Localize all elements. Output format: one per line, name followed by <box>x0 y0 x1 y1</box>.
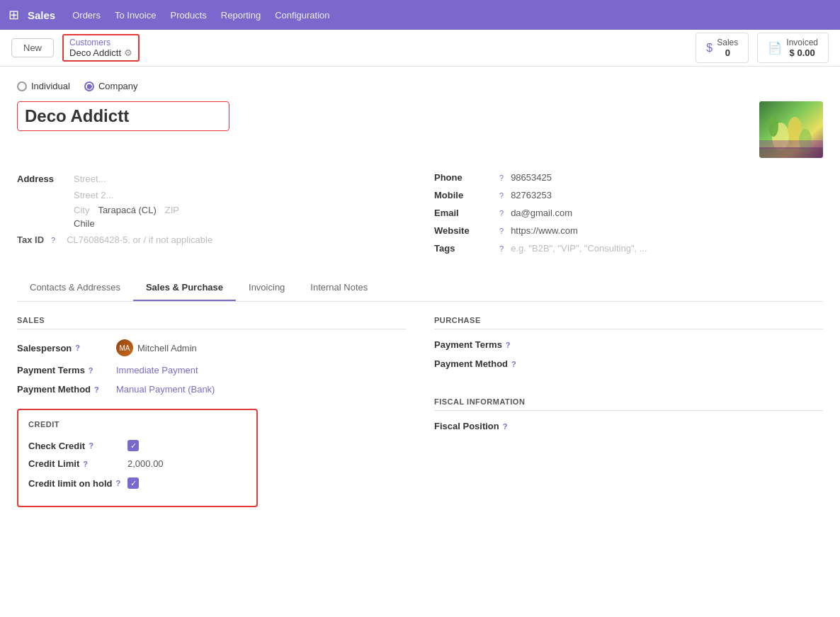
tab-sales-purchase[interactable]: Sales & Purchase <box>133 275 236 301</box>
city-zip-row: City Tarapacá (CL) ZIP <box>74 205 406 215</box>
country-field[interactable]: Chile <box>74 218 406 229</box>
tags-field[interactable]: e.g. "B2B", "VIP", "Consulting", ... <box>511 243 647 254</box>
purchase-column: PURCHASE Payment Terms ? Payment Method … <box>434 316 823 507</box>
credit-section: CREDIT Check Credit ? Credit Limit ? 2,0… <box>17 409 258 507</box>
credit-limit-hold-help-icon[interactable]: ? <box>115 479 120 487</box>
tax-row: Tax ID ? CL76086428-5, or / if not appli… <box>17 234 406 245</box>
purchase-payment-terms-row: Payment Terms ? <box>434 339 823 350</box>
individual-label: Individual <box>31 81 70 91</box>
new-button[interactable]: New <box>11 38 54 57</box>
fiscal-position-help-icon[interactable]: ? <box>503 422 508 431</box>
tags-help-icon[interactable]: ? <box>499 244 504 253</box>
address-row: Address Street... Street 2... City Tarap… <box>17 172 406 229</box>
breadcrumb-parent[interactable]: Customers <box>69 38 132 47</box>
sales-payment-terms-row: Payment Terms ? Immediate Payment <box>17 365 406 375</box>
nav-configuration[interactable]: Configuration <box>275 7 329 23</box>
credit-limit-value[interactable]: 2,000.00 <box>127 458 246 469</box>
mobile-label: Mobile <box>434 190 498 200</box>
phone-help-icon[interactable]: ? <box>499 174 504 182</box>
fiscal-section-header: FISCAL INFORMATION <box>434 397 823 411</box>
main-content: Individual Company <box>0 67 840 617</box>
company-option[interactable]: Company <box>84 81 138 91</box>
company-photo <box>759 101 823 158</box>
email-value[interactable]: da@gmail.com <box>511 208 572 218</box>
check-credit-checkbox[interactable] <box>127 440 139 451</box>
nav-products[interactable]: Products <box>170 7 206 23</box>
salesperson-value[interactable]: MA Mitchell Admin <box>116 339 197 356</box>
company-radio[interactable] <box>84 81 94 91</box>
breadcrumb-path: Customers Deco Addictt ⚙ <box>62 34 140 62</box>
sales-section-header: SALES <box>17 316 406 329</box>
credit-limit-help-icon[interactable]: ? <box>83 460 88 468</box>
sales-payment-method-help-icon[interactable]: ? <box>94 385 99 394</box>
apps-icon[interactable]: ⊞ <box>8 7 19 23</box>
check-credit-label: Check Credit ? <box>28 441 127 451</box>
credit-limit-hold-label: Credit limit on hold ? <box>28 478 127 489</box>
individual-radio[interactable] <box>17 81 27 91</box>
website-row: Website ? https://www.com <box>434 225 823 236</box>
address-fields: Street... Street 2... City Tarapacá (CL)… <box>74 172 406 229</box>
dollar-icon: $ <box>706 42 713 55</box>
credit-section-header: CREDIT <box>28 420 246 433</box>
invoiced-label: Invoiced <box>786 38 818 47</box>
fiscal-position-label: Fiscal Position ? <box>434 421 533 431</box>
nav-reporting[interactable]: Reporting <box>221 7 261 23</box>
region-field[interactable]: Tarapacá (CL) <box>98 205 156 215</box>
mobile-row: Mobile ? 82763253 <box>434 190 823 200</box>
type-radio-group: Individual Company <box>17 81 823 91</box>
website-help-icon[interactable]: ? <box>499 227 504 235</box>
city-field[interactable]: City <box>74 205 89 215</box>
purchase-payment-method-label: Payment Method ? <box>434 358 533 369</box>
tax-label: Tax ID <box>17 234 44 245</box>
credit-limit-hold-checkbox[interactable] <box>127 477 139 489</box>
breadcrumb-current-label: Deco Addictt <box>69 47 121 58</box>
tab-invoicing[interactable]: Invoicing <box>236 275 297 301</box>
street2-field[interactable]: Street 2... <box>74 188 406 202</box>
app-name[interactable]: Sales <box>28 9 55 21</box>
nav-to-invoice[interactable]: To Invoice <box>115 7 157 23</box>
tab-internal-notes[interactable]: Internal Notes <box>297 275 380 301</box>
tags-label: Tags <box>434 243 498 254</box>
credit-limit-label: Credit Limit ? <box>28 458 127 469</box>
salesperson-help-icon[interactable]: ? <box>75 344 80 352</box>
email-help-icon[interactable]: ? <box>499 209 504 217</box>
tax-help-icon[interactable]: ? <box>51 236 55 244</box>
company-label: Company <box>98 81 138 91</box>
mobile-value[interactable]: 82763253 <box>511 190 552 200</box>
company-name-section <box>17 101 823 158</box>
salesperson-row: Salesperson ? MA Mitchell Admin <box>17 339 406 356</box>
top-nav: ⊞ Sales Orders To Invoice Products Repor… <box>0 0 840 30</box>
mobile-help-icon[interactable]: ? <box>499 191 504 200</box>
zip-field[interactable]: ZIP <box>165 205 179 215</box>
purchase-payment-terms-label: Payment Terms ? <box>434 339 533 350</box>
purchase-payment-method-help-icon[interactable]: ? <box>511 360 516 368</box>
check-credit-row: Check Credit ? <box>28 440 246 451</box>
tags-row: Tags ? e.g. "B2B", "VIP", "Consulting", … <box>434 243 823 254</box>
invoiced-stat: Invoiced $ 0.00 <box>786 38 818 58</box>
address-right: Phone ? 98653425 Mobile ? 82763253 Email… <box>434 172 823 261</box>
invoiced-stat-button[interactable]: 📄 Invoiced $ 0.00 <box>757 33 829 63</box>
individual-option[interactable]: Individual <box>17 81 70 91</box>
sales-stat-button[interactable]: $ Sales 0 <box>696 33 749 63</box>
sales-payment-terms-value[interactable]: Immediate Payment <box>116 365 406 375</box>
svg-point-4 <box>768 115 778 137</box>
street-field[interactable]: Street... <box>74 172 406 186</box>
breadcrumb-current: Deco Addictt ⚙ <box>69 47 132 58</box>
purchase-payment-terms-help-icon[interactable]: ? <box>506 341 511 349</box>
check-credit-help-icon[interactable]: ? <box>89 441 93 450</box>
tax-field[interactable]: CL76086428-5, or / if not applicable <box>67 234 212 245</box>
sales-payment-terms-help-icon[interactable]: ? <box>89 366 93 375</box>
sales-payment-method-value[interactable]: Manual Payment (Bank) <box>116 384 406 395</box>
phone-value[interactable]: 98653425 <box>511 172 552 183</box>
sales-label: Sales <box>717 38 738 47</box>
gear-icon[interactable]: ⚙ <box>124 47 132 58</box>
credit-limit-hold-row: Credit limit on hold ? <box>28 477 246 489</box>
nav-orders[interactable]: Orders <box>72 7 101 23</box>
purchase-payment-method-row: Payment Method ? <box>434 358 823 369</box>
fiscal-position-row: Fiscal Position ? <box>434 421 823 431</box>
invoice-icon: 📄 <box>768 41 782 55</box>
company-name-input[interactable] <box>17 101 229 131</box>
tab-contacts-addresses[interactable]: Contacts & Addresses <box>17 275 133 301</box>
svg-rect-5 <box>759 147 823 158</box>
website-value[interactable]: https://www.com <box>511 225 578 236</box>
